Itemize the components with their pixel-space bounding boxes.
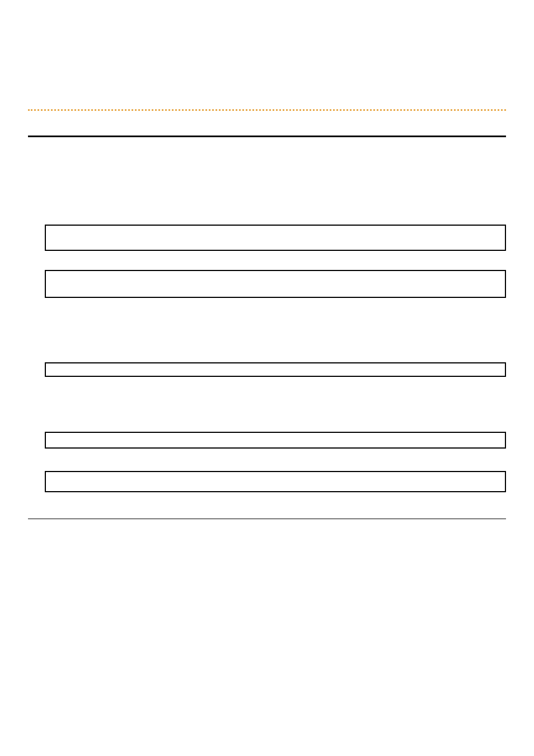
- section-divider-bottom: [28, 519, 506, 519]
- input-box-5[interactable]: [45, 471, 506, 492]
- input-box-4[interactable]: [45, 432, 506, 449]
- input-box-2[interactable]: [45, 270, 506, 298]
- box-container: [28, 225, 506, 492]
- input-box-1[interactable]: [45, 225, 506, 251]
- input-box-3[interactable]: [45, 362, 506, 377]
- section-divider-top: [28, 136, 506, 137]
- dotted-divider: [28, 109, 506, 111]
